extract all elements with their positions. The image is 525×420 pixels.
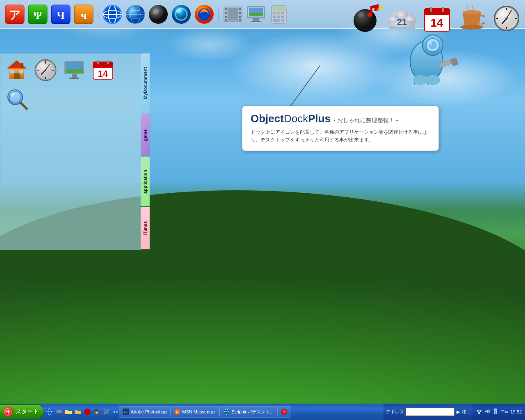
svg-text:M: M	[176, 411, 179, 414]
svg-point-134	[87, 411, 88, 412]
dock-separator-1	[98, 4, 98, 25]
ql-icon-camera[interactable]	[93, 408, 101, 416]
svg-rect-97	[19, 70, 23, 73]
msn-label: MSN Messenger	[182, 409, 216, 414]
dock-separator-2	[218, 4, 219, 25]
svg-rect-112	[72, 74, 77, 78]
ql-icon-folder2[interactable]	[74, 408, 82, 416]
svg-rect-45	[273, 12, 276, 14]
svg-text:Ps: Ps	[124, 410, 128, 414]
svg-rect-39	[253, 18, 259, 21]
svg-rect-159	[495, 412, 496, 413]
panel-icon-calendar[interactable]: 14	[91, 58, 115, 82]
svg-marker-156	[485, 409, 488, 413]
clock-dock-icon[interactable]	[490, 2, 523, 35]
left-panel-content: 14	[0, 53, 141, 250]
panel-icon-monitor[interactable]	[62, 58, 87, 82]
dock-settings-icon[interactable]	[394, 33, 459, 96]
photoshop-label: Adobe Photoshop	[131, 409, 167, 414]
move-label: 移...	[462, 409, 470, 415]
dock-icon-small-ch[interactable]: ч	[73, 4, 94, 25]
system-tray: 19:52	[472, 404, 525, 420]
svg-point-122	[9, 91, 21, 103]
svg-rect-44	[273, 7, 285, 11]
taskbar-item-msn[interactable]: M MSN Messenger	[170, 406, 219, 418]
address-label: アドレス	[386, 409, 404, 415]
svg-rect-30	[239, 8, 241, 10]
music-dock-icon[interactable]	[351, 2, 383, 35]
tab-application[interactable]: application	[141, 157, 150, 206]
ql-icon-screen[interactable]	[55, 408, 63, 416]
taskbar-item-photoshop[interactable]: Ps Adobe Photoshop	[119, 406, 170, 418]
taskbar-item-sleipnir[interactable]: Sleipnir - [デスクト...	[219, 406, 277, 418]
dock-icon-ch[interactable]: Ч	[50, 4, 71, 25]
dock-icon-monitor[interactable]	[245, 4, 267, 25]
svg-rect-33	[239, 19, 241, 21]
dock-icon-firefox[interactable]	[194, 4, 215, 25]
svg-rect-158	[495, 410, 496, 412]
address-bar-area: アドレス ▶ 移...	[383, 404, 472, 420]
address-go[interactable]: ▶	[456, 409, 461, 415]
taskbar-item-extra[interactable]	[277, 406, 291, 418]
taskbar: スタート	[0, 404, 525, 420]
svg-rect-96	[10, 70, 14, 73]
tooltip-bubble: ObjectDockPlus - おしゃれに整理整頓！ - ドック上にアイコンを…	[242, 106, 439, 151]
quick-launch	[44, 404, 112, 420]
dock-icon-ring[interactable]	[171, 4, 192, 25]
photoshop-icon: Ps	[123, 409, 129, 415]
ql-icon-music[interactable]	[83, 408, 91, 416]
tea-dock-icon[interactable]	[455, 2, 488, 35]
dock-icon-a[interactable]: ア	[4, 4, 25, 25]
tray-icon-arrows[interactable]	[500, 408, 509, 416]
svg-line-155	[479, 411, 481, 412]
dock-icon-calculator[interactable]	[268, 4, 290, 25]
panel-icon-search[interactable]	[5, 87, 29, 111]
msn-icon: M	[174, 409, 180, 415]
start-button[interactable]: スタート	[0, 404, 44, 419]
svg-rect-95	[14, 73, 20, 79]
svg-point-85	[429, 41, 432, 45]
tab-itunes[interactable]: iTunes	[141, 207, 150, 249]
tooltip-body: ドック上にアイコンを配置して、各種のアプリケーション等を関連付ける事により、デス…	[251, 128, 430, 144]
svg-rect-87	[450, 57, 459, 66]
ql-icon-folder1[interactable]	[64, 408, 73, 416]
svg-rect-98	[21, 63, 23, 68]
weather-dock-icon[interactable]: 21	[386, 2, 418, 35]
panel-icon-clock[interactable]	[33, 58, 58, 82]
ql-icon-tool[interactable]	[102, 408, 110, 416]
svg-rect-138	[95, 409, 98, 411]
svg-rect-113	[69, 78, 79, 79]
start-label: スタート	[16, 408, 39, 415]
address-input[interactable]	[405, 408, 454, 416]
dock-icon-psi[interactable]: Ψ	[27, 4, 48, 25]
taskbar-clock[interactable]: 19:52	[510, 409, 522, 414]
svg-point-137	[96, 412, 98, 414]
svg-text:21: 21	[397, 17, 407, 27]
ql-icon-ie[interactable]	[46, 408, 54, 416]
svg-rect-110	[66, 62, 83, 69]
panel-icon-house[interactable]	[5, 58, 29, 82]
svg-point-17	[149, 5, 168, 24]
svg-rect-50	[281, 16, 284, 18]
svg-rect-26	[225, 8, 227, 10]
dock-icon-ball[interactable]	[148, 4, 169, 25]
dock-icon-ie[interactable]	[102, 4, 123, 25]
left-panel-icons: 14	[0, 54, 141, 115]
dock-icon-filmstrip[interactable]	[222, 4, 244, 25]
tab-mydocument[interactable]: MyDocumment	[141, 53, 150, 113]
taskbar-expand-arrow[interactable]: >>	[112, 409, 119, 414]
dock-icon-earth[interactable]	[125, 4, 146, 25]
svg-rect-48	[273, 16, 276, 18]
svg-rect-52	[281, 19, 284, 22]
tab-game[interactable]: game	[141, 114, 150, 156]
svg-rect-42	[249, 13, 263, 16]
svg-line-154	[477, 411, 479, 412]
tray-icon-volume[interactable]	[484, 408, 491, 416]
tab-strip: MyDocumment game application iTunes	[141, 53, 150, 250]
tray-icon-security[interactable]	[492, 408, 499, 416]
svg-text:Ч: Ч	[57, 9, 64, 21]
sleipnir-icon	[223, 409, 230, 415]
svg-rect-29	[225, 19, 227, 21]
tray-icon-network[interactable]	[476, 408, 482, 416]
calendar-dock-icon[interactable]: 14	[420, 2, 453, 35]
